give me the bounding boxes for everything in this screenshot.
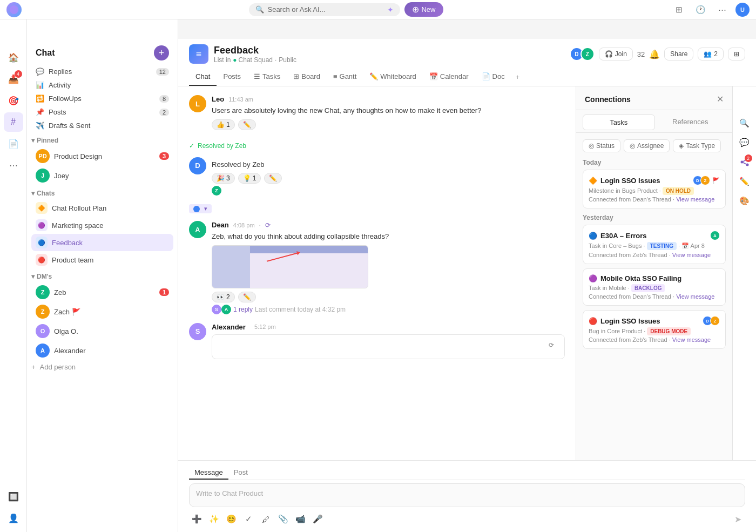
pinned-section-label[interactable]: ▾ Pinned <box>27 132 178 146</box>
video-tool[interactable]: 📹 <box>293 511 308 527</box>
rail-chat[interactable]: # <box>4 112 23 132</box>
reply-info-alex[interactable]: S A 1 reply Last comment today at 4:32 p… <box>212 305 565 314</box>
add-tool[interactable]: ➕ <box>189 511 204 527</box>
pinned-section: PD Product Design 3 J Joey <box>27 146 178 185</box>
emoji-tool[interactable]: 😊 <box>224 511 239 527</box>
dms-section-label[interactable]: ▾ DM's <box>27 268 178 282</box>
new-chat-button[interactable]: + <box>154 45 169 60</box>
collab-button[interactable]: 👥 2 <box>698 48 724 60</box>
tab-doc[interactable]: 📄 Doc <box>475 68 511 86</box>
followups-badge: 8 <box>159 95 169 103</box>
right-search-icon[interactable]: 🔍 <box>736 115 753 132</box>
sidebar-item-replies[interactable]: 💬 Replies 12 <box>31 65 173 78</box>
reaction-edit-2[interactable]: ✏️ <box>264 173 282 184</box>
sidebar-item-chat-rollout[interactable]: 🔶 Chat Rollout Plan <box>31 199 173 217</box>
conn-e30a-actions: A <box>712 231 720 240</box>
view-message-link-e30a[interactable]: View message <box>672 252 711 258</box>
ai-tool[interactable]: ✨ <box>206 511 221 527</box>
send-button[interactable]: ➤ <box>730 511 745 527</box>
rail-more[interactable]: ⋯ <box>4 156 23 175</box>
layout-button[interactable]: ⊞ <box>728 48 745 60</box>
reaction-bulb[interactable]: 💡 1 <box>238 173 261 184</box>
sidebar-item-activity[interactable]: 📊 Activity <box>31 78 173 92</box>
view-message-link-sso2[interactable]: View message <box>672 336 711 343</box>
input-tab-message[interactable]: Message <box>189 466 228 480</box>
sidebar-item-feedback[interactable]: 🔵 Feedback <box>31 234 173 251</box>
right-chat-icon[interactable]: 💬 <box>736 134 753 151</box>
rail-home[interactable]: 🏠 <box>4 48 23 67</box>
add-tab-button[interactable]: + <box>511 69 524 85</box>
tab-gantt[interactable]: ≡ Gantt <box>327 68 363 86</box>
apps-icon[interactable]: ⋯ <box>714 1 731 18</box>
svg-point-1 <box>740 161 743 164</box>
chats-section-label[interactable]: ▾ Chats <box>27 185 178 199</box>
conn-avatar-z2: Z <box>710 316 720 326</box>
gantt-icon: ≡ <box>333 72 338 80</box>
tab-posts[interactable]: Posts <box>217 68 247 86</box>
reaction-edit-1[interactable]: ✏️ <box>238 119 256 130</box>
check-tool[interactable]: ✓ <box>241 511 256 527</box>
sidebar-item-product-team[interactable]: 🔴 Product team <box>31 251 173 268</box>
search-bar[interactable]: 🔍 Search or Ask AI... ✦ <box>249 3 400 16</box>
product-design-badge: 3 <box>159 152 169 160</box>
post-sync: ⟳ <box>549 341 556 349</box>
edit-tool[interactable]: 🖊 <box>258 511 273 527</box>
reply-info-dean[interactable]: Z <box>212 186 565 196</box>
rail-goals[interactable]: 🎯 <box>4 91 23 110</box>
join-button[interactable]: 🎧 Join <box>599 48 633 60</box>
reaction-party[interactable]: 🎉 3 <box>212 173 235 184</box>
sidebar-item-followups[interactable]: 🔁 FollowUps 8 <box>31 92 173 105</box>
tab-tasks[interactable]: ☰ Tasks <box>247 68 287 86</box>
right-palette-icon[interactable]: 🎨 <box>736 192 753 210</box>
sidebar-item-marketing[interactable]: 🟣 Marketing space <box>31 217 173 234</box>
right-connections-icon[interactable]: 2 <box>736 153 753 171</box>
clock-icon[interactable]: 🕐 <box>692 1 710 18</box>
rail-profile[interactable]: 👤 <box>4 508 23 528</box>
sidebar-item-joey[interactable]: J Joey <box>31 166 173 185</box>
panel-tab-references[interactable]: References <box>655 115 726 130</box>
replies-badge: 12 <box>156 68 169 76</box>
input-tab-post[interactable]: Post <box>228 466 253 480</box>
add-person-button[interactable]: + Add person <box>27 360 178 374</box>
sidebar-item-drafts[interactable]: ✈️ Drafts & Sent <box>31 119 173 132</box>
filter-assignee[interactable]: ◎ Assignee <box>624 139 670 152</box>
rail-spaces[interactable]: 🔲 <box>4 487 23 506</box>
view-message-link-okta[interactable]: View message <box>676 293 714 300</box>
screenshot-main <box>250 246 368 288</box>
message-group-alex: A Dean 4:08 pm · ⟳ Zeb, what do you thin… <box>189 221 565 314</box>
new-button[interactable]: ⊕ New <box>404 2 443 17</box>
panel-tab-tasks[interactable]: Tasks <box>583 115 655 130</box>
attach-tool[interactable]: 📎 <box>275 511 291 527</box>
filter-task-type[interactable]: ◈ Task Type <box>673 139 721 152</box>
filter-status[interactable]: ◎ Status <box>583 139 620 152</box>
sidebar-item-alexander[interactable]: A Alexander <box>31 341 173 360</box>
close-button[interactable]: ✕ <box>717 94 724 104</box>
reaction-edit-3[interactable]: ✏️ <box>238 292 256 302</box>
mic-tool[interactable]: 🎤 <box>310 511 325 527</box>
bell-icon[interactable]: 🔔 <box>649 49 660 59</box>
app-logo[interactable] <box>6 2 22 17</box>
rail-docs[interactable]: 📄 <box>4 134 23 153</box>
conn-avatars-sso2: D Z <box>705 316 720 326</box>
rail-inbox[interactable]: 📥 4 <box>4 69 23 89</box>
view-message-link[interactable]: View message <box>676 196 714 203</box>
sidebar-item-zach[interactable]: Z Zach 🚩 <box>31 302 173 321</box>
grid-icon[interactable]: ⊞ <box>671 1 688 18</box>
tab-whiteboard[interactable]: ✏️ Whiteboard <box>363 68 422 86</box>
reaction-eyes[interactable]: 👀 2 <box>212 292 235 302</box>
share-button[interactable]: Share <box>664 48 693 60</box>
sidebar-item-posts[interactable]: 📌 Posts 2 <box>31 105 173 119</box>
sidebar-item-zeb[interactable]: Z Zeb 1 <box>31 282 173 302</box>
task-tag[interactable]: ▾ <box>189 204 212 213</box>
tab-calendar[interactable]: 📅 Calendar <box>423 68 475 86</box>
sidebar-item-olga[interactable]: O Olga O. <box>31 321 173 341</box>
right-pen-icon[interactable]: ✏️ <box>736 173 753 190</box>
right-rail: 🔍 💬 2 ✏️ 🎨 <box>732 86 756 460</box>
tab-chat[interactable]: Chat <box>189 68 217 86</box>
sidebar-item-product-design[interactable]: PD Product Design 3 <box>31 146 173 166</box>
message-input-box[interactable]: Write to Chat Product <box>189 483 745 507</box>
topbar-center: 🔍 Search or Ask AI... ✦ ⊕ New <box>249 2 443 17</box>
user-avatar[interactable]: U <box>735 3 750 17</box>
tab-board[interactable]: ⊞ Board <box>287 68 327 86</box>
reaction-thumbs[interactable]: 👍 1 <box>212 119 235 130</box>
